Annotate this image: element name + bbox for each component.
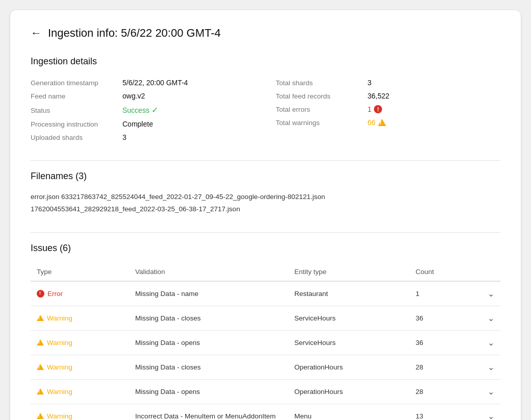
label-processing: Processing instruction	[31, 120, 122, 128]
cell-validation: Missing Data - opens	[129, 330, 288, 355]
page-header: ← Ingestion info: 5/6/22 20:00 GMT-4	[31, 27, 500, 40]
issues-table-header: Type Validation Entity type Count	[31, 263, 500, 281]
warning-triangle-icon	[37, 413, 44, 419]
detail-row-total-warnings: Total warnings 66	[276, 116, 501, 129]
cell-expand[interactable]: ⌄	[470, 330, 500, 355]
value-total-shards: 3	[368, 79, 372, 87]
cell-entity: ServiceHours	[288, 306, 410, 330]
cell-count: 36	[410, 306, 470, 330]
details-left: Generation timestamp 5/6/22, 20:00 GMT-4…	[31, 76, 256, 144]
chevron-down-icon[interactable]: ⌄	[488, 338, 494, 347]
warning-triangle-icon	[37, 364, 44, 370]
main-card: ← Ingestion info: 5/6/22 20:00 GMT-4 Ing…	[10, 10, 521, 420]
cell-validation: Incorrect Data - MenuItem or MenuAddonIt…	[129, 404, 288, 420]
label-timestamp: Generation timestamp	[31, 79, 122, 87]
detail-row-processing: Processing instruction Complete	[31, 117, 256, 131]
label-total-errors: Total errors	[276, 106, 368, 113]
value-feedname: owg.v2	[122, 92, 145, 100]
cell-validation: Missing Data - opens	[129, 379, 288, 404]
filenames-section: Filenames (3) error.json 633217863742_82…	[31, 171, 500, 216]
details-right: Total shards 3 Total feed records 36,522…	[276, 76, 501, 144]
divider-2	[31, 232, 500, 233]
label-total-feed-records: Total feed records	[276, 92, 368, 100]
chevron-down-icon[interactable]: ⌄	[488, 387, 494, 396]
details-grid: Generation timestamp 5/6/22, 20:00 GMT-4…	[31, 76, 500, 144]
check-icon: ✓	[151, 105, 158, 115]
detail-row-uploaded-shards: Uploaded shards 3	[31, 131, 256, 144]
cell-count: 36	[410, 330, 470, 355]
cell-type: Warning	[31, 306, 129, 330]
value-total-warnings: 66	[368, 118, 387, 127]
type-warning: Warning	[37, 363, 123, 371]
type-warning: Warning	[37, 314, 123, 322]
col-header-expand	[470, 263, 500, 281]
filename-list: error.json 633217863742_825524044_feed_2…	[31, 191, 500, 216]
cell-type: Warning	[31, 379, 129, 404]
value-uploaded-shards: 3	[122, 133, 127, 141]
chevron-down-icon[interactable]: ⌄	[488, 412, 494, 420]
cell-expand[interactable]: ⌄	[470, 281, 500, 306]
cell-expand[interactable]: ⌄	[470, 355, 500, 379]
error-circle-icon	[37, 290, 44, 298]
detail-row-total-shards: Total shards 3	[276, 76, 501, 89]
detail-row-timestamp: Generation timestamp 5/6/22, 20:00 GMT-4	[31, 76, 256, 89]
warning-triangle-icon	[37, 388, 44, 394]
detail-row-total-feed-records: Total feed records 36,522	[276, 89, 501, 103]
table-row: WarningMissing Data - closesOperationHou…	[31, 355, 500, 379]
cell-entity: Menu	[288, 404, 410, 420]
cell-entity: ServiceHours	[288, 330, 410, 355]
filename-item-2: 1762004553641_282929218_feed_2022-03-25_…	[31, 203, 500, 215]
cell-count: 28	[410, 379, 470, 404]
label-total-shards: Total shards	[276, 79, 368, 87]
cell-count: 28	[410, 355, 470, 379]
value-total-feed-records: 36,522	[368, 92, 390, 100]
back-button[interactable]: ←	[31, 27, 42, 40]
cell-expand[interactable]: ⌄	[470, 404, 500, 420]
cell-entity: Restaurant	[288, 281, 410, 306]
warning-triangle-icon	[37, 315, 44, 321]
warning-count: 66	[368, 118, 376, 127]
col-header-entity: Entity type	[288, 263, 410, 281]
cell-count: 1	[410, 281, 470, 306]
cell-expand[interactable]: ⌄	[470, 306, 500, 330]
cell-type: Warning	[31, 355, 129, 379]
issues-table: Type Validation Entity type Count ErrorM…	[31, 263, 500, 420]
cell-type: Warning	[31, 404, 129, 420]
detail-row-status: Status Success ✓	[31, 103, 256, 117]
value-processing: Complete	[122, 120, 153, 128]
type-warning: Warning	[37, 339, 123, 347]
cell-validation: Missing Data - name	[129, 281, 288, 306]
page-title: Ingestion info: 5/6/22 20:00 GMT-4	[48, 27, 221, 40]
cell-expand[interactable]: ⌄	[470, 379, 500, 404]
divider-1	[31, 160, 500, 161]
table-row: WarningMissing Data - closesServiceHours…	[31, 306, 500, 330]
col-header-type: Type	[31, 263, 129, 281]
cell-count: 13	[410, 404, 470, 420]
label-uploaded-shards: Uploaded shards	[31, 134, 122, 141]
label-status: Status	[31, 107, 122, 114]
table-row: ErrorMissing Data - nameRestaurant1⌄	[31, 281, 500, 306]
cell-entity: OperationHours	[288, 355, 410, 379]
label-feedname: Feed name	[31, 92, 122, 100]
issues-title: Issues (6)	[31, 243, 500, 254]
col-header-validation: Validation	[129, 263, 288, 281]
detail-row-total-errors: Total errors 1 !	[276, 103, 501, 116]
warning-icon	[378, 119, 386, 126]
value-total-errors: 1 !	[368, 105, 383, 113]
cell-validation: Missing Data - closes	[129, 306, 288, 330]
cell-type: Error	[31, 281, 129, 306]
chevron-down-icon[interactable]: ⌄	[488, 314, 494, 323]
chevron-down-icon[interactable]: ⌄	[488, 289, 494, 298]
error-count: 1	[368, 105, 372, 113]
cell-entity: OperationHours	[288, 379, 410, 404]
table-row: WarningMissing Data - opensOperationHour…	[31, 379, 500, 404]
issues-section: Issues (6) Type Validation Entity type C…	[31, 243, 500, 420]
value-status: Success ✓	[122, 105, 158, 115]
type-error: Error	[37, 290, 123, 298]
chevron-down-icon[interactable]: ⌄	[488, 363, 494, 372]
type-warning: Warning	[37, 388, 123, 396]
filenames-title: Filenames (3)	[31, 171, 500, 182]
ingestion-details-section: Ingestion details Generation timestamp 5…	[31, 56, 500, 144]
issues-table-body: ErrorMissing Data - nameRestaurant1⌄Warn…	[31, 281, 500, 420]
header-row: Type Validation Entity type Count	[31, 263, 500, 281]
